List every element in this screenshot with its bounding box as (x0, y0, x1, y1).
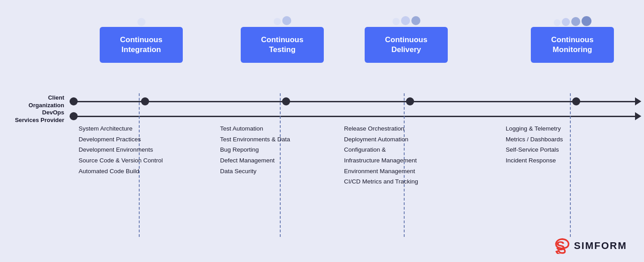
list-item-ci-4: Source Code & Version Control (79, 155, 195, 166)
dot-devops-start (70, 112, 78, 120)
circle-cd-3 (411, 16, 420, 25)
list-item-ci-2: Development Practices (79, 134, 195, 145)
phase-card-cd: ContinuousDelivery (365, 27, 448, 63)
list-item-cd-3: Configuration &Infrastructure Management (344, 144, 474, 166)
list-item-ct-2: Test Environments & Data (220, 134, 341, 145)
timeline-line-client (70, 101, 635, 102)
dot-client-cd (406, 97, 414, 105)
list-item-cd-1: Release Orchestration (344, 123, 474, 134)
list-item-ct-4: Defect Management (220, 155, 341, 166)
simform-branding: S SIMFORM (554, 238, 627, 254)
list-item-ci-3: Development Environments (79, 144, 195, 155)
arrow-client (635, 97, 641, 105)
list-item-ct-1: Test Automation (220, 123, 341, 134)
phase-card-ci: Continuous Integration (100, 27, 183, 63)
dot-client-start (70, 97, 78, 105)
svg-text:S: S (556, 238, 565, 253)
circle-ct-1 (273, 18, 281, 25)
phase-label-cd: ContinuousDelivery (385, 35, 427, 54)
list-item-cm-1: Logging & Telemetry (506, 123, 627, 134)
list-cm: Logging & Telemetry Metrics / Dashboards… (506, 123, 627, 166)
simform-icon: S (554, 238, 570, 254)
circle-cm-4 (582, 16, 591, 26)
circle-cm-3 (571, 17, 580, 26)
timeline-row-client: ClientOrganization (0, 94, 644, 109)
circle-cd-2 (401, 16, 410, 25)
dot-client-cm (572, 97, 580, 105)
list-item-ct-3: Bug Reporting (220, 144, 341, 155)
phase-card-ct: ContinuousTesting (241, 27, 324, 63)
phase-label-ct: ContinuousTesting (261, 35, 303, 54)
phase-label-ci: Continuous Integration (120, 35, 162, 54)
list-cd: Release Orchestration Deployment Automat… (344, 123, 474, 187)
timeline-row-devops: DevOpsServices Provider (0, 109, 644, 124)
list-item-cd-5: CI/CD Metrics and Tracking (344, 176, 474, 187)
row-label-client: ClientOrganization (0, 94, 70, 109)
circle-cm-1 (554, 19, 560, 26)
list-ci: System Architecture Development Practice… (79, 123, 195, 176)
timeline-line-devops (70, 116, 635, 117)
list-item-cm-2: Metrics / Dashboards (506, 134, 627, 145)
list-item-cm-3: Self-Service Portals (506, 144, 627, 155)
circle-ct-2 (282, 16, 291, 25)
list-item-cd-4: Environment Management (344, 166, 474, 177)
circle-cd-1 (393, 18, 400, 25)
circle-cm-2 (562, 18, 570, 26)
arrow-devops (635, 112, 641, 120)
list-ct: Test Automation Test Environments & Data… (220, 123, 341, 176)
list-item-ci-1: System Architecture (79, 123, 195, 134)
list-item-ct-5: Data Security (220, 166, 341, 177)
phase-card-cm: ContinuousMonitoring (531, 27, 614, 63)
dot-client-ct (282, 97, 290, 105)
diagram-container: Continuous Integration ContinuousTesting… (0, 0, 644, 262)
phase-label-cm: ContinuousMonitoring (551, 35, 593, 54)
row-label-devops: DevOpsServices Provider (0, 109, 70, 124)
simform-text: SIMFORM (574, 240, 627, 252)
list-item-cd-2: Deployment Automation (344, 134, 474, 145)
list-item-ci-5: Automated Code Build (79, 166, 195, 177)
circle-ci-1 (137, 18, 146, 26)
list-item-cm-4: Incident Response (506, 155, 627, 166)
dot-client-ci (141, 97, 149, 105)
